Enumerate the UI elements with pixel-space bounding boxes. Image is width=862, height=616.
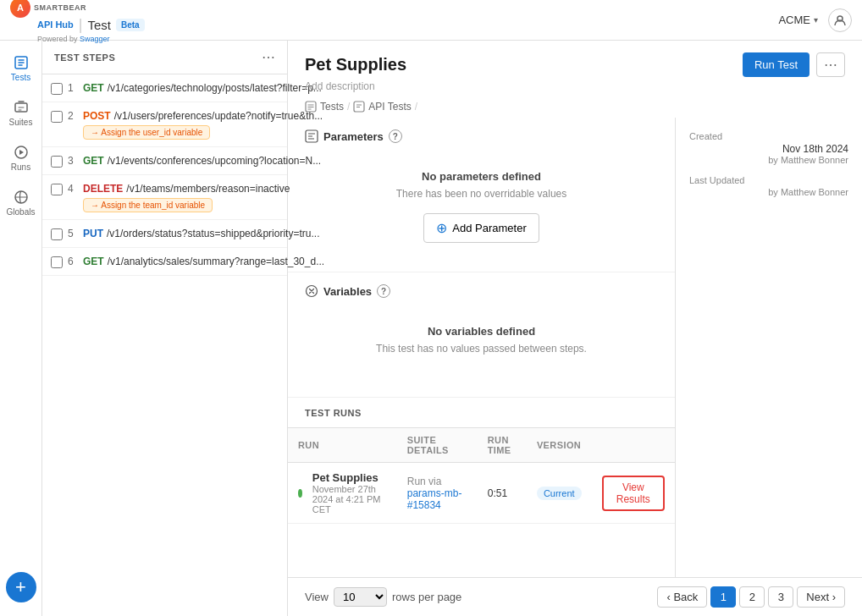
step-6-method: GET	[83, 256, 104, 267]
page-2-button[interactable]: 2	[739, 586, 765, 608]
runs-icon	[13, 144, 30, 161]
step-6-checkbox[interactable]	[51, 256, 63, 268]
view-results-button[interactable]: View Results	[602, 476, 665, 511]
sidebar-item-globals[interactable]: Globals	[3, 182, 40, 223]
next-button[interactable]: Next ›	[797, 586, 845, 608]
sidebar-item-tests[interactable]: Tests	[3, 47, 40, 89]
variables-empty-title: No variables defined	[322, 325, 641, 338]
add-parameter-label: Add Parameter	[452, 222, 526, 234]
steps-title: TEST STEPS	[54, 52, 115, 63]
step-5-checkbox[interactable]	[51, 228, 63, 240]
step-2-tag: → Assign the user_id variable	[83, 125, 210, 140]
variables-help-icon[interactable]: ?	[377, 284, 390, 298]
variables-title: Variables	[323, 285, 372, 298]
more-options-button[interactable]: ⋯	[816, 52, 845, 77]
step-1-checkbox[interactable]	[51, 83, 63, 95]
run-test-button[interactable]: Run Test	[743, 52, 810, 77]
topbar-right: ACME ▾	[778, 8, 852, 32]
runs-table-body: Pet Supplies November 27th 2024 at 4:21 …	[288, 463, 675, 524]
step-5-content: PUT/v1/orders/status?status=shipped&prio…	[83, 227, 279, 239]
step-item: 2 POST/v1/users/preferences/update?notif…	[42, 102, 287, 147]
sidebar-nav: Tests Suites Runs Globals +	[0, 41, 42, 616]
main-layout: Tests Suites Runs Globals +	[0, 41, 862, 616]
col-run: RUN	[288, 428, 397, 463]
table-row: Pet Supplies November 27th 2024 at 4:21 …	[288, 463, 675, 524]
page-3-button[interactable]: 3	[768, 586, 793, 608]
run-date: November 27th 2024 at 4:21 PM CET	[312, 484, 387, 514]
right-panel: Created Nov 18th 2024 by Matthew Bonner …	[676, 118, 862, 577]
content-header: Pet Supplies Run Test ⋯	[288, 41, 862, 77]
step-3-content: GET/v1/events/conferences/upcoming?locat…	[83, 154, 279, 167]
add-test-button[interactable]: +	[6, 572, 36, 602]
run-status-dot	[298, 489, 302, 498]
test-runs-header: TEST RUNS	[288, 398, 675, 428]
parameters-empty-subtitle: There has been no overridable values	[322, 188, 641, 200]
step-6-number: 6	[68, 256, 78, 267]
step-4-number: 4	[68, 183, 78, 195]
parameters-help-icon[interactable]: ?	[389, 129, 402, 143]
add-description-link[interactable]: Add description	[288, 77, 862, 96]
swagger-link[interactable]: Swagger	[80, 35, 110, 43]
step-item: 3 GET/v1/events/conferences/upcoming?loc…	[42, 147, 287, 175]
runs-table: RUN SUITE DETAILS RUN TIME VERSION	[288, 428, 675, 524]
sidebar-item-runs[interactable]: Runs	[3, 137, 40, 179]
steps-menu-button[interactable]: ⋯	[262, 49, 275, 65]
steps-header: TEST STEPS ⋯	[42, 41, 287, 74]
step-item: 6 GET/v1/analytics/sales/summary?range=l…	[42, 248, 287, 276]
rows-per-page: View 10 25 50 rows per page	[305, 587, 461, 607]
tests-icon	[13, 54, 30, 71]
step-3-checkbox[interactable]	[51, 156, 63, 168]
rows-per-page-select[interactable]: 10 25 50	[334, 587, 387, 607]
step-4-checkbox[interactable]	[51, 184, 63, 195]
runs-table-head: RUN SUITE DETAILS RUN TIME VERSION	[288, 428, 675, 463]
parameters-header: Parameters ?	[305, 129, 658, 143]
run-name: Pet Supplies	[312, 471, 387, 484]
col-action	[592, 428, 675, 463]
step-4-content: DELETE/v1/teams/members/reason=inactive …	[83, 182, 279, 212]
step-2-method: POST	[83, 110, 111, 122]
runs-nav-label: Runs	[11, 162, 30, 172]
created-label: Created	[689, 131, 848, 141]
user-icon	[833, 14, 847, 27]
version-cell: Current	[527, 463, 592, 524]
workspace-selector[interactable]: ACME ▾	[778, 14, 818, 26]
parameters-section: Parameters ? No parameters defined There…	[288, 118, 675, 272]
variables-header: Variables ?	[305, 284, 658, 298]
add-param-icon: ⊕	[436, 220, 447, 236]
view-label: View	[305, 591, 329, 603]
parameters-empty-state: No parameters defined There has been no …	[305, 153, 658, 260]
workspace-label: ACME	[778, 14, 810, 26]
step-3-method: GET	[83, 155, 104, 167]
action-cell: View Results	[592, 463, 675, 524]
updated-by: by Matthew Bonner	[689, 187, 848, 197]
title-block: Pet Supplies	[305, 55, 406, 74]
parameters-icon	[305, 129, 318, 143]
breadcrumb-api-tests[interactable]: API Tests	[368, 101, 411, 113]
step-2-checkbox[interactable]	[51, 111, 63, 123]
content-area: Pet Supplies Run Test ⋯ Add description …	[288, 41, 862, 616]
rows-label: rows per page	[392, 591, 461, 603]
parameters-empty-title: No parameters defined	[322, 170, 641, 183]
run-via-label: Run via	[407, 476, 442, 487]
step-6-content: GET/v1/analytics/sales/summary?range=las…	[83, 255, 279, 267]
powered-by: Powered by Swagger	[37, 35, 145, 43]
back-button[interactable]: ‹ Back	[657, 586, 707, 608]
created-by: by Matthew Bonner	[689, 155, 848, 165]
created-date: Nov 18th 2024	[689, 143, 848, 155]
globals-nav-label: Globals	[7, 207, 36, 217]
breadcrumb-sep-1: /	[347, 101, 350, 113]
sidebar-item-suites[interactable]: Suites	[3, 92, 40, 134]
topbar: A SMARTBEAR API Hub | Test Beta Powered …	[0, 0, 862, 41]
suites-nav-label: Suites	[9, 118, 33, 127]
add-parameter-button[interactable]: ⊕ Add Parameter	[423, 213, 539, 243]
step-4-method: DELETE	[83, 183, 123, 195]
user-avatar-button[interactable]	[828, 8, 852, 32]
test-runs-title: TEST RUNS	[305, 408, 362, 418]
breadcrumb-tests[interactable]: Tests	[320, 101, 344, 113]
suite-link[interactable]: params-mb-#15834	[407, 487, 462, 511]
suites-icon	[13, 99, 30, 116]
page-1-button[interactable]: 1	[710, 586, 736, 608]
step-5-number: 5	[68, 228, 78, 239]
variables-empty-state: No variables defined This test has no va…	[305, 308, 658, 385]
tests-breadcrumb-icon	[305, 101, 317, 113]
